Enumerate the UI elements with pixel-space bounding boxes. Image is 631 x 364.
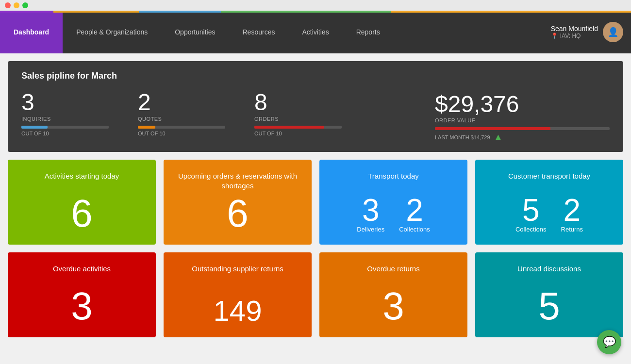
tile-activities-today-number: 6 <box>71 194 93 233</box>
order-value-label: ORDER VALUE <box>435 117 476 123</box>
orders-sub: OUT OF 10 <box>254 131 342 136</box>
nav-opportunities[interactable]: Opportunities <box>161 11 229 53</box>
main-content: Sales pipline for March 3 INQUIRIES OUT … <box>0 53 631 364</box>
title-bar <box>0 0 631 11</box>
pipeline-card: Sales pipline for March 3 INQUIRIES OUT … <box>8 61 623 152</box>
tile-outstanding-supplier-title: Outstanding supplier returns <box>192 264 283 274</box>
cust-collections-number: 5 <box>522 195 540 226</box>
tile-transport-split: 3 Deliveries 2 Collections <box>357 195 430 233</box>
tile-customer-transport[interactable]: Customer transport today 5 Collections 2… <box>475 160 623 245</box>
inquiries-bar <box>21 126 48 129</box>
tile-transport-today[interactable]: Transport today 3 Deliveries 2 Collectio… <box>319 160 467 245</box>
quotes-number: 2 <box>138 91 225 114</box>
minimize-button[interactable] <box>14 2 19 8</box>
user-section: Sean Mounfield 📍 IAV: HQ 👤 <box>551 11 631 53</box>
stat-orders: 8 ORDERS OUT OF 10 <box>254 91 342 136</box>
order-bar-fill <box>435 127 550 130</box>
location-pin-icon: 📍 <box>551 33 558 39</box>
quotes-bar-container <box>138 126 225 129</box>
inquiries-label: INQUIRIES <box>21 116 109 122</box>
tile-overdue-activities-number: 3 <box>71 287 93 326</box>
nav-resources[interactable]: Resources <box>229 11 289 53</box>
nav-dashboard[interactable]: Dashboard <box>0 11 63 53</box>
avatar[interactable]: 👤 <box>603 22 623 42</box>
collections-label: Collections <box>399 226 430 233</box>
tile-upcoming-orders-number: 6 <box>227 194 249 233</box>
tile-activities-today-title: Activities starting today <box>45 171 119 181</box>
orders-bar <box>254 126 324 129</box>
stat-quotes: 2 QUOTES OUT OF 10 <box>138 91 225 136</box>
tile-unread-discussions[interactable]: Unread discussions 5 <box>475 252 623 337</box>
tile-activities-today[interactable]: Activities starting today 6 <box>8 160 156 245</box>
orders-number: 8 <box>254 91 342 114</box>
user-location: 📍 IAV: HQ <box>551 33 598 39</box>
inquiries-bar-container <box>21 126 109 129</box>
tile-outstanding-supplier-number: 149 <box>213 297 262 326</box>
tile-unread-discussions-number: 5 <box>538 287 560 326</box>
pipeline-title: Sales pipline for March <box>21 71 610 81</box>
tile-grid-row2: Overdue activities 3 Outstanding supplie… <box>8 252 623 337</box>
tile-transport-today-title: Transport today <box>368 171 419 181</box>
order-value-bar <box>435 127 610 130</box>
nav-bar: Dashboard People & Organizations Opportu… <box>0 11 631 53</box>
tile-customer-transport-title: Customer transport today <box>508 171 590 181</box>
nav-activities[interactable]: Activities <box>288 11 342 53</box>
arrow-up-icon: ▲ <box>494 132 503 142</box>
collections-number: 2 <box>406 195 423 226</box>
returns-item: 2 Returns <box>561 195 583 233</box>
order-value-number: $29,376 <box>435 91 519 117</box>
collections-item: 2 Collections <box>399 195 430 233</box>
tile-grid-row1: Activities starting today 6 Upcoming ord… <box>8 160 623 245</box>
stat-inquiries: 3 INQUIRIES OUT OF 10 <box>21 91 109 136</box>
close-button[interactable] <box>5 2 11 8</box>
tile-unread-discussions-title: Unread discussions <box>517 264 581 274</box>
returns-number: 2 <box>564 195 581 226</box>
tile-overdue-returns-title: Overdue returns <box>367 264 419 274</box>
last-month: LAST MONTH $14,729 ▲ <box>435 132 502 142</box>
inquiries-sub: OUT OF 10 <box>21 131 109 136</box>
returns-label: Returns <box>561 226 583 233</box>
tile-outstanding-supplier[interactable]: Outstanding supplier returns 149 <box>164 252 312 337</box>
chat-button[interactable]: 💬 <box>597 330 621 354</box>
tile-overdue-returns[interactable]: Overdue returns 3 <box>319 252 467 337</box>
tile-upcoming-orders[interactable]: Upcoming orders & reservations with shor… <box>164 160 312 245</box>
tile-customer-split: 5 Collections 2 Returns <box>515 195 583 233</box>
nav-reports[interactable]: Reports <box>343 11 394 53</box>
inquiries-number: 3 <box>21 91 109 114</box>
quotes-sub: OUT OF 10 <box>138 131 225 136</box>
maximize-button[interactable] <box>22 2 28 8</box>
tile-overdue-activities-title: Overdue activities <box>53 264 111 274</box>
tile-upcoming-orders-title: Upcoming orders & reservations with shor… <box>173 171 302 190</box>
cust-collections-item: 5 Collections <box>515 195 547 233</box>
tile-overdue-activities[interactable]: Overdue activities 3 <box>8 252 156 337</box>
nav-people[interactable]: People & Organizations <box>63 11 161 53</box>
user-info: Sean Mounfield 📍 IAV: HQ <box>551 25 598 39</box>
quotes-label: QUOTES <box>138 116 225 122</box>
deliveries-item: 3 Deliveries <box>357 195 384 233</box>
chat-icon: 💬 <box>603 336 616 348</box>
order-value-section: $29,376 ORDER VALUE LAST MONTH $14,729 ▲ <box>435 91 610 142</box>
orders-label: ORDERS <box>254 116 342 122</box>
deliveries-number: 3 <box>362 195 380 226</box>
pipeline-stats: 3 INQUIRIES OUT OF 10 2 QUOTES OUT OF 10… <box>21 91 610 142</box>
cust-collections-label: Collections <box>515 226 547 233</box>
quotes-bar <box>138 126 155 129</box>
tile-overdue-returns-number: 3 <box>382 287 404 326</box>
orders-bar-container <box>254 126 342 129</box>
user-name: Sean Mounfield <box>551 25 598 33</box>
deliveries-label: Deliveries <box>357 226 384 233</box>
